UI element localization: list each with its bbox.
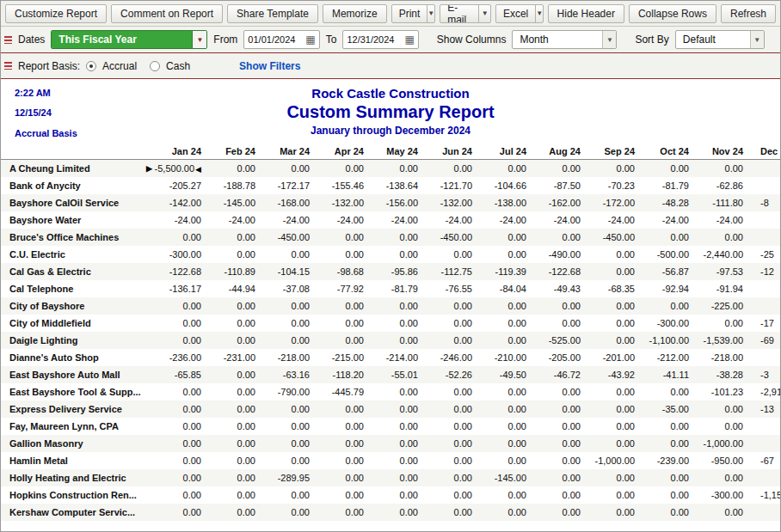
cell-value[interactable]: -790.00 — [262, 383, 317, 401]
cell-value[interactable]: 0.00 — [208, 366, 262, 383]
cell-value[interactable]: -2,440.00 — [696, 246, 750, 263]
cell-value[interactable]: 0.00 — [262, 297, 317, 315]
cell-value[interactable]: 0.00 — [642, 160, 696, 178]
cell-value[interactable]: 0.00 — [208, 332, 262, 349]
cell-value[interactable]: 0.00 — [317, 504, 371, 521]
cell-value[interactable]: 0.00 — [533, 401, 587, 418]
cell-value[interactable]: 0.00 — [642, 486, 696, 504]
cell-value[interactable]: -300.00 — [154, 246, 208, 263]
cell-value[interactable]: -156.00 — [371, 194, 425, 211]
cell-value[interactable]: 0.00 — [479, 401, 533, 418]
cell-value[interactable]: 0.00 — [587, 160, 642, 178]
cell-value[interactable]: 0.00 — [533, 452, 587, 469]
cell-value[interactable]: 0.00 — [587, 332, 642, 349]
cell-value[interactable]: 0.00 — [479, 246, 533, 263]
cell-value[interactable]: -76.55 — [425, 280, 479, 297]
cell-value[interactable]: 0.00 — [587, 486, 642, 504]
cell-value[interactable]: 0.00 — [371, 332, 425, 349]
cell-value[interactable]: -52.26 — [425, 366, 479, 383]
cell-value[interactable]: -450.00 — [425, 229, 479, 246]
cell-value[interactable] — [750, 211, 780, 229]
cell-value[interactable]: 0.00 — [208, 315, 262, 332]
cell-value[interactable]: 0.00 — [154, 401, 208, 418]
cell-value[interactable]: -168.00 — [262, 194, 317, 211]
cell-value[interactable]: -63.16 — [262, 366, 317, 383]
cell-value[interactable]: 0.00 — [154, 418, 208, 435]
cell-value[interactable]: -24.00 — [208, 211, 262, 229]
cell-value[interactable]: 0.00 — [479, 435, 533, 452]
cell-value[interactable]: -101.23 — [696, 383, 750, 401]
calendar-icon[interactable]: ▦ — [404, 34, 414, 45]
cell-value[interactable]: -5,500.00◀ — [154, 160, 208, 178]
cell-value[interactable]: 0.00 — [262, 246, 317, 263]
cell-value[interactable]: 0.00 — [208, 297, 262, 315]
cell-value[interactable]: -98.68 — [317, 263, 371, 280]
cell-value[interactable]: 0.00 — [533, 160, 587, 178]
email-button[interactable]: E-mail — [440, 5, 478, 22]
cell-value[interactable]: 0.00 — [317, 401, 371, 418]
cell-value[interactable]: -212.00 — [642, 349, 696, 366]
cell-value[interactable]: 0.00 — [696, 469, 750, 486]
sort-by-dropdown[interactable]: Default ▼ — [675, 30, 765, 49]
cell-value[interactable]: 0.00 — [262, 435, 317, 452]
cell-value[interactable]: -49.50 — [479, 366, 533, 383]
cell-value[interactable]: 0.00 — [262, 401, 317, 418]
grip-icon[interactable] — [4, 62, 12, 70]
cell-value[interactable]: -445.79 — [317, 383, 371, 401]
collapse-rows-button[interactable]: Collapse Rows — [629, 4, 716, 23]
cell-value[interactable] — [750, 435, 780, 452]
cell-value[interactable]: -214.00 — [371, 349, 425, 366]
cell-value[interactable]: 0.00 — [154, 486, 208, 504]
cell-value[interactable]: 0.00 — [425, 401, 479, 418]
cell-value[interactable]: -87.50 — [533, 177, 587, 194]
cell-value[interactable]: 0.00 — [479, 486, 533, 504]
cell-value[interactable]: 0.00 — [479, 452, 533, 469]
cell-value[interactable]: 0.00 — [317, 435, 371, 452]
cell-value[interactable]: 0.00 — [425, 297, 479, 315]
cell-value[interactable]: -67 — [750, 452, 780, 469]
cell-value[interactable]: -218.00 — [696, 349, 750, 366]
cell-value[interactable]: 0.00 — [371, 315, 425, 332]
cell-value[interactable]: 0.00 — [587, 246, 642, 263]
cell-value[interactable]: 0.00 — [425, 246, 479, 263]
cell-value[interactable]: -246.00 — [425, 349, 479, 366]
cell-value[interactable]: 0.00 — [642, 504, 696, 521]
cell-value[interactable]: 0.00 — [479, 383, 533, 401]
cell-value[interactable]: -25 — [750, 246, 780, 263]
cell-value[interactable]: 0.00 — [371, 486, 425, 504]
cell-value[interactable]: -1,000.00 — [587, 452, 642, 469]
cell-value[interactable] — [750, 297, 780, 315]
cell-value[interactable]: -119.39 — [479, 263, 533, 280]
cell-value[interactable]: -138.00 — [479, 194, 533, 211]
cell-value[interactable]: -205.27 — [154, 177, 208, 194]
cell-value[interactable]: -450.00 — [262, 229, 317, 246]
cell-value[interactable]: 0.00 — [425, 315, 479, 332]
cell-value[interactable]: -81.79 — [371, 280, 425, 297]
cell-value[interactable]: -12 — [750, 263, 780, 280]
cell-value[interactable]: -490.00 — [533, 246, 587, 263]
cell-value[interactable]: -201.00 — [587, 349, 642, 366]
cell-value[interactable]: -138.64 — [371, 177, 425, 194]
cell-value[interactable]: 0.00 — [317, 297, 371, 315]
cell-value[interactable]: 0.00 — [371, 418, 425, 435]
cell-value[interactable]: 0.00 — [154, 383, 208, 401]
cell-value[interactable]: -950.00 — [696, 452, 750, 469]
cell-value[interactable]: 0.00 — [154, 504, 208, 521]
cell-value[interactable]: 0.00 — [154, 332, 208, 349]
hide-header-button[interactable]: Hide Header — [548, 4, 624, 23]
cell-value[interactable]: -215.00 — [317, 349, 371, 366]
cell-value[interactable]: -132.00 — [317, 194, 371, 211]
cell-value[interactable]: 0.00 — [479, 160, 533, 178]
cell-value[interactable]: 0.00 — [425, 504, 479, 521]
print-dropdown-button[interactable]: ▼ — [427, 5, 434, 22]
cell-value[interactable]: 0.00 — [371, 246, 425, 263]
cell-value[interactable] — [750, 418, 780, 435]
cell-value[interactable]: 0.00 — [371, 401, 425, 418]
cell-value[interactable] — [750, 469, 780, 486]
cell-value[interactable]: 0.00 — [154, 297, 208, 315]
cell-value[interactable]: -121.70 — [425, 177, 479, 194]
cell-value[interactable]: -450.00 — [587, 229, 642, 246]
cell-value[interactable]: -69 — [750, 332, 780, 349]
cell-value[interactable]: 0.00 — [154, 452, 208, 469]
cell-value[interactable]: 0.00 — [317, 315, 371, 332]
